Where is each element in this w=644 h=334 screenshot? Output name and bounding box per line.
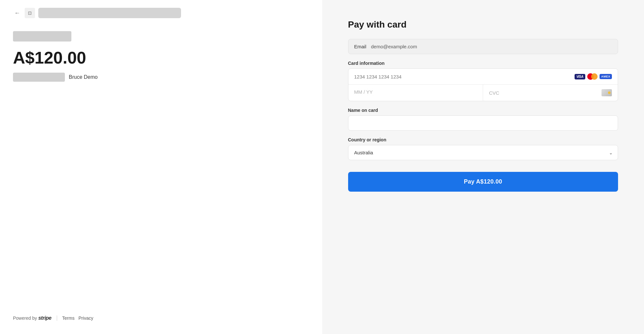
name-label: Name on card bbox=[348, 108, 618, 113]
pay-button[interactable]: Pay A$120.00 bbox=[348, 172, 618, 192]
url-bar bbox=[38, 8, 181, 18]
card-bottom-row: MM / YY CVC bbox=[348, 85, 618, 101]
customer-avatar bbox=[13, 73, 65, 82]
footer-divider bbox=[57, 316, 57, 321]
country-select-wrapper: Australia United States United Kingdom C… bbox=[348, 145, 618, 160]
browser-bar: ← ⊡ bbox=[13, 8, 309, 18]
email-field-wrapper[interactable]: Email demo@example.com bbox=[348, 39, 618, 54]
country-select[interactable]: Australia United States United Kingdom C… bbox=[348, 145, 618, 160]
expiry-field[interactable]: MM / YY bbox=[348, 85, 483, 101]
merchant-logo bbox=[13, 31, 71, 42]
cvc-card-icon bbox=[601, 89, 612, 96]
card-icons: VISA AMEX bbox=[575, 73, 612, 80]
mastercard-icon bbox=[587, 73, 598, 80]
back-button[interactable]: ← bbox=[13, 8, 21, 18]
cvc-field[interactable]: CVC bbox=[483, 85, 618, 101]
privacy-link[interactable]: Privacy bbox=[79, 316, 93, 321]
email-value: demo@example.com bbox=[371, 44, 417, 49]
card-number-row: VISA AMEX bbox=[348, 69, 618, 85]
expiry-placeholder: MM / YY bbox=[354, 89, 373, 95]
email-label: Email bbox=[354, 44, 367, 49]
left-footer: Powered by stripe Terms Privacy bbox=[13, 315, 93, 321]
customer-name: Bruce Demo bbox=[69, 74, 98, 80]
amount-display: A$120.00 bbox=[13, 48, 309, 67]
footer-links: Terms Privacy bbox=[62, 316, 93, 321]
visa-icon: VISA bbox=[575, 74, 585, 79]
cvc-placeholder: CVC bbox=[489, 90, 499, 96]
name-input[interactable] bbox=[348, 115, 618, 131]
refresh-button[interactable]: ⊡ bbox=[25, 8, 35, 18]
powered-by-label: Powered by bbox=[13, 316, 37, 321]
country-label: Country or region bbox=[348, 137, 618, 142]
card-info-label: Card information bbox=[348, 61, 618, 66]
terms-link[interactable]: Terms bbox=[62, 316, 75, 321]
card-info-container: VISA AMEX MM / YY CVC bbox=[348, 68, 618, 101]
card-number-input[interactable] bbox=[354, 74, 575, 79]
stripe-logo: stripe bbox=[38, 315, 52, 321]
customer-row: Bruce Demo bbox=[13, 73, 309, 82]
powered-by: Powered by stripe bbox=[13, 315, 52, 321]
form-title: Pay with card bbox=[348, 19, 618, 30]
right-panel: Pay with card Email demo@example.com Car… bbox=[322, 0, 644, 334]
amex-icon: AMEX bbox=[600, 74, 612, 79]
left-panel: ← ⊡ A$120.00 Bruce Demo Powered by strip… bbox=[0, 0, 322, 334]
